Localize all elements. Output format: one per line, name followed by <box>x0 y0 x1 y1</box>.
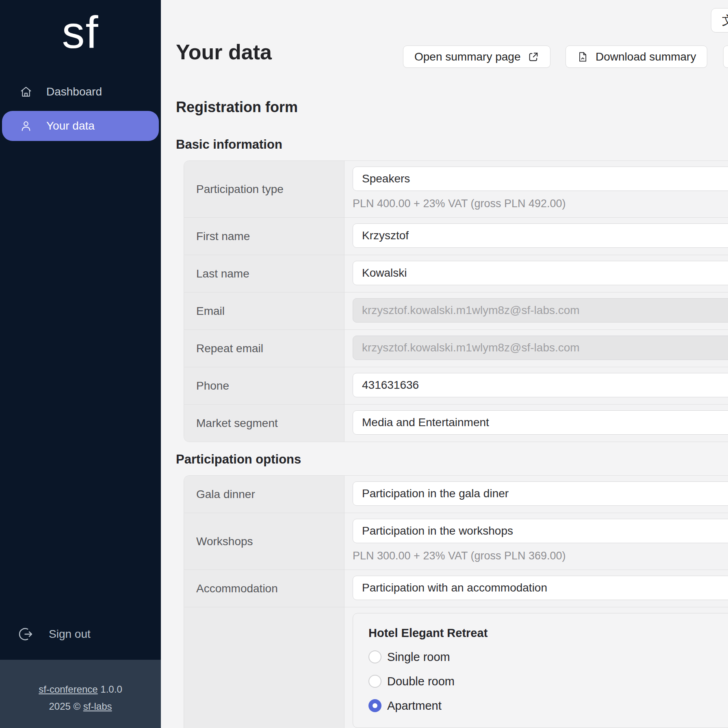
table-row: Repeat email <box>184 330 728 367</box>
app-root: { "colors": { "sidebar_bg": "#0a1628", "… <box>0 0 728 728</box>
table-row: Gala dinner <box>184 476 728 513</box>
radio-option-single-room[interactable]: Single room <box>368 646 728 667</box>
participation-price-helper: PLN 400.00 + 23% VAT (gross PLN 492.00) <box>353 197 728 210</box>
row-value-cell <box>344 476 728 513</box>
logout-icon <box>18 626 34 642</box>
row-label: Participation type <box>184 161 344 217</box>
table-row: Market segment <box>184 405 728 442</box>
accommodation-input[interactable] <box>353 576 728 600</box>
row-label-empty <box>184 607 344 728</box>
copyright-year: 2025 © <box>49 701 80 712</box>
main-content: 文 Your data Open summary page Download s… <box>161 0 728 728</box>
person-icon <box>20 119 32 132</box>
row-value-cell <box>344 292 728 329</box>
table-row: Workshops PLN 300.00 + 23% VAT (gross PL… <box>184 513 728 570</box>
language-button[interactable]: 文 <box>711 8 728 32</box>
workshops-input[interactable] <box>353 519 728 543</box>
row-value-cell <box>344 367 728 404</box>
sidebar-item-your-data[interactable]: Your data <box>2 111 159 141</box>
partial-right-button[interactable] <box>723 46 728 68</box>
open-summary-button[interactable]: Open summary page <box>403 46 550 68</box>
workshops-price-helper: PLN 300.00 + 23% VAT (gross PLN 369.00) <box>353 549 728 563</box>
sidebar-item-dashboard[interactable]: Dashboard <box>0 76 161 107</box>
market-segment-input[interactable] <box>353 410 728 435</box>
home-icon <box>20 85 32 98</box>
sidebar-nav: Dashboard Your data <box>0 76 161 141</box>
row-label: Market segment <box>184 405 344 442</box>
app-version: 1.0.0 <box>100 684 122 695</box>
radio-button[interactable] <box>368 699 381 712</box>
sign-out-label: Sign out <box>49 628 91 641</box>
row-value-cell <box>344 405 728 442</box>
table-row: Email <box>184 292 728 330</box>
radio-label: Single room <box>387 650 450 664</box>
basic-info-title: Basic information <box>176 138 728 152</box>
app-logo: sf <box>0 7 161 57</box>
row-label: Gala dinner <box>184 476 344 513</box>
participation-options-table: Gala dinner Workshops PLN 300.00 + 23% V… <box>184 475 728 728</box>
radio-label: Double room <box>387 675 455 688</box>
sidebar-footer: sf-conference 1.0.0 2025 © sf-labs <box>0 660 161 728</box>
gala-dinner-input[interactable] <box>353 481 728 506</box>
row-value-cell: PLN 300.00 + 23% VAT (gross PLN 369.00) <box>344 513 728 570</box>
form-title: Registration form <box>176 99 728 115</box>
sidebar: sf Dashboard Your data <box>0 0 161 728</box>
table-row-hotel: Hotel Elegant Retreat Single room Double… <box>184 607 728 728</box>
table-row: Phone <box>184 367 728 405</box>
row-value-cell <box>344 330 728 367</box>
first-name-input[interactable] <box>353 223 728 248</box>
external-link-icon <box>528 51 539 63</box>
row-value-cell <box>344 218 728 255</box>
row-label: First name <box>184 218 344 255</box>
row-value-cell <box>344 570 728 607</box>
table-row: Last name <box>184 255 728 292</box>
table-row: First name <box>184 218 728 255</box>
email-input <box>353 298 728 323</box>
radio-button[interactable] <box>368 650 381 663</box>
row-label: Workshops <box>184 513 344 570</box>
table-row: Accommodation <box>184 570 728 607</box>
row-value-cell: Hotel Elegant Retreat Single room Double… <box>344 607 728 728</box>
hotel-name: Hotel Elegant Retreat <box>368 626 728 640</box>
phone-input[interactable] <box>353 373 728 397</box>
download-summary-label: Download summary <box>596 50 696 63</box>
app-link[interactable]: sf-conference <box>39 684 98 695</box>
row-label: Repeat email <box>184 330 344 367</box>
row-value-cell: PLN 400.00 + 23% VAT (gross PLN 492.00) <box>344 161 728 217</box>
participation-options-title: Participation options <box>176 453 728 466</box>
table-row: Participation type PLN 400.00 + 23% VAT … <box>184 161 728 218</box>
hotel-option-card: Hotel Elegant Retreat Single room Double… <box>353 613 728 728</box>
radio-button[interactable] <box>368 675 381 688</box>
radio-label: Apartment <box>387 699 442 713</box>
sign-out-button[interactable]: Sign out <box>0 619 161 649</box>
app-version-line: sf-conference 1.0.0 <box>0 681 161 698</box>
row-label: Accommodation <box>184 570 344 607</box>
sidebar-item-label: Dashboard <box>46 85 102 98</box>
row-label: Phone <box>184 367 344 404</box>
org-link[interactable]: sf-labs <box>83 701 112 712</box>
copyright-line: 2025 © sf-labs <box>0 698 161 715</box>
row-label: Last name <box>184 255 344 292</box>
pdf-file-icon <box>577 51 588 63</box>
row-label: Email <box>184 292 344 329</box>
repeat-email-input <box>353 336 728 360</box>
radio-option-double-room[interactable]: Double room <box>368 671 728 692</box>
language-icon: 文 <box>722 12 728 29</box>
open-summary-label: Open summary page <box>414 50 520 63</box>
last-name-input[interactable] <box>353 261 728 285</box>
basic-info-table: Participation type PLN 400.00 + 23% VAT … <box>184 160 728 442</box>
participation-type-input[interactable] <box>353 167 728 191</box>
row-value-cell <box>344 255 728 292</box>
download-summary-button[interactable]: Download summary <box>566 46 707 68</box>
radio-option-apartment[interactable]: Apartment <box>368 695 728 716</box>
sidebar-item-label: Your data <box>46 119 95 132</box>
